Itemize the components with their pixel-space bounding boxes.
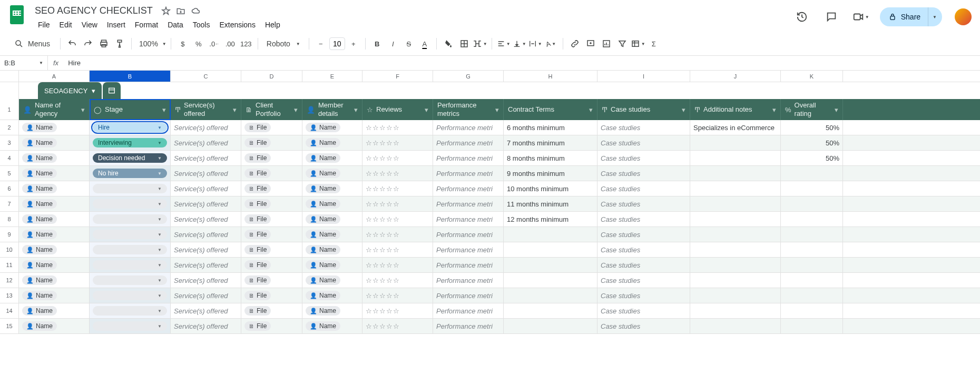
merge-cells-icon[interactable]: ▼ (473, 36, 487, 51)
cell-reviews[interactable]: ☆☆☆☆☆ (362, 227, 433, 242)
name-chip[interactable]: 👤Name (22, 214, 57, 224)
cell-notes[interactable] (690, 181, 781, 196)
print-icon[interactable] (96, 36, 111, 51)
stage-pill[interactable]: ▼ (93, 230, 167, 239)
share-button[interactable]: Share (880, 7, 928, 26)
cell-perf[interactable]: Performance metri (433, 120, 504, 135)
cell-contract[interactable] (504, 227, 597, 242)
cell-services[interactable]: Service(s) offered (171, 288, 241, 303)
cell-name[interactable]: 👤Name (19, 288, 90, 303)
cell-contract[interactable]: 6 months minimum (504, 120, 597, 135)
col-header-c[interactable]: C (171, 71, 241, 82)
cell-member[interactable]: 👤Name (302, 288, 362, 303)
h-align-icon[interactable]: ▼ (496, 36, 511, 51)
cell-contract[interactable] (504, 303, 597, 318)
cell-member[interactable]: 👤Name (302, 242, 362, 257)
cell-rating[interactable]: 50% (781, 120, 843, 135)
cell-cases[interactable]: Case studies (597, 288, 690, 303)
rotate-icon[interactable]: A▼ (544, 36, 558, 51)
filter-icon[interactable] (615, 36, 630, 51)
cell-member[interactable]: 👤Name (302, 319, 362, 333)
cell-contract[interactable] (504, 258, 597, 272)
insert-chart-icon[interactable] (599, 36, 614, 51)
cell-perf[interactable]: Performance metri (433, 288, 504, 303)
stage-pill[interactable]: ▼ (93, 291, 167, 300)
name-chip[interactable]: 👤Name (22, 260, 57, 270)
cell-contract[interactable]: 10 months minimum (504, 181, 597, 196)
cell-name[interactable]: 👤Name (19, 196, 90, 211)
row-header-11[interactable]: 11 (0, 258, 19, 273)
fill-color-icon[interactable] (441, 36, 456, 51)
cell-contract[interactable] (504, 288, 597, 303)
name-chip[interactable]: 👤Name (306, 275, 340, 285)
cell-services[interactable]: Service(s) offered (171, 227, 241, 242)
cell-name[interactable]: 👤Name (19, 273, 90, 288)
menu-tools[interactable]: Tools (189, 18, 214, 31)
font-size-input[interactable] (329, 37, 345, 50)
cell-contract[interactable]: 12 months minimum (504, 212, 597, 227)
cell-name[interactable]: 👤Name (19, 135, 90, 150)
cell-rating[interactable] (781, 212, 843, 227)
file-chip[interactable]: 🗎File (244, 245, 271, 254)
cell-contract[interactable]: 8 months minimum (504, 151, 597, 165)
wrap-icon[interactable]: ▼ (528, 36, 543, 51)
name-chip[interactable]: 👤Name (306, 321, 340, 331)
avatar[interactable] (955, 8, 972, 25)
header-notes[interactable]: ͲAdditional notes▾ (690, 99, 781, 120)
cell-services[interactable]: Service(s) offered (171, 319, 241, 333)
file-chip[interactable]: 🗎File (244, 260, 271, 270)
cloud-icon[interactable] (191, 6, 201, 16)
cell-stage[interactable]: ▼ (90, 196, 171, 211)
cell-rating[interactable] (781, 196, 843, 211)
cell-services[interactable]: Service(s) offered (171, 273, 241, 288)
col-header-d[interactable]: D (241, 71, 302, 82)
cell-cases[interactable]: Case studies (597, 227, 690, 242)
cell-reviews[interactable]: ☆☆☆☆☆ (362, 319, 433, 333)
name-chip[interactable]: 👤Name (22, 199, 57, 209)
cell-contract[interactable]: 7 months minimum (504, 135, 597, 150)
cell-portfolio[interactable]: 🗎File (241, 288, 302, 303)
name-chip[interactable]: 👤Name (22, 169, 57, 178)
header-rating[interactable]: %Overall rating▾ (781, 99, 843, 120)
cell-stage[interactable]: Decision needed▼ (90, 151, 171, 165)
cell-perf[interactable]: Performance metri (433, 273, 504, 288)
chevron-down-icon[interactable]: ▾ (772, 106, 776, 114)
row-header-10[interactable]: 10 (0, 242, 19, 258)
share-dropdown[interactable]: ▼ (928, 7, 942, 26)
name-chip[interactable]: 👤Name (22, 123, 57, 132)
cell-member[interactable]: 👤Name (302, 135, 362, 150)
name-chip[interactable]: 👤Name (306, 123, 340, 132)
col-header-g[interactable]: G (433, 71, 504, 82)
cell-notes[interactable] (690, 288, 781, 303)
file-chip[interactable]: 🗎File (244, 199, 271, 209)
table-expand-icon[interactable] (103, 82, 121, 99)
more-formats-icon[interactable]: 123 (239, 36, 253, 51)
cell-services[interactable]: Service(s) offered (171, 151, 241, 165)
cell-member[interactable]: 👤Name (302, 120, 362, 135)
chevron-down-icon[interactable]: ▾ (233, 106, 237, 114)
chevron-down-icon[interactable]: ▾ (589, 106, 593, 114)
cell-rating[interactable] (781, 227, 843, 242)
name-chip[interactable]: 👤Name (22, 184, 57, 193)
cell-perf[interactable]: Performance metri (433, 151, 504, 165)
cell-rating[interactable] (781, 288, 843, 303)
cell-services[interactable]: Service(s) offered (171, 212, 241, 227)
cell-stage[interactable]: ▼ (90, 242, 171, 257)
cell-member[interactable]: 👤Name (302, 258, 362, 272)
row-header-2[interactable]: 2 (0, 120, 19, 135)
cell-portfolio[interactable]: 🗎File (241, 151, 302, 165)
cell-notes[interactable] (690, 303, 781, 318)
file-chip[interactable]: 🗎File (244, 214, 271, 224)
cell-notes[interactable] (690, 258, 781, 272)
row-header-8[interactable]: 8 (0, 212, 19, 227)
row-header-14[interactable]: 14 (0, 303, 19, 319)
row-header-7[interactable]: 7 (0, 196, 19, 212)
cell-portfolio[interactable]: 🗎File (241, 196, 302, 211)
cell-reviews[interactable]: ☆☆☆☆☆ (362, 135, 433, 150)
cell-notes[interactable] (690, 273, 781, 288)
col-header-e[interactable]: E (302, 71, 362, 82)
cell-notes[interactable] (690, 319, 781, 333)
cell-stage[interactable]: Interviewing▼ (90, 135, 171, 150)
strikethrough-icon[interactable]: S (401, 36, 416, 51)
menu-data[interactable]: Data (163, 18, 188, 31)
